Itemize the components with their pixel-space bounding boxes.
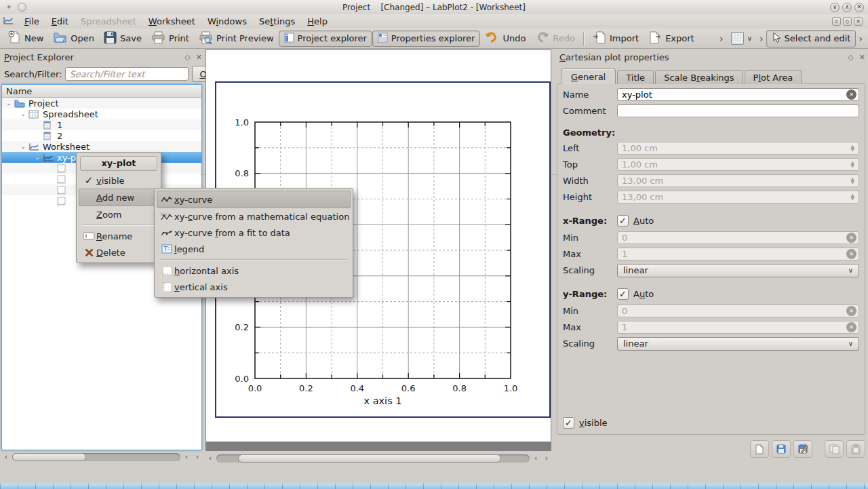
new-button[interactable]: New — [3, 29, 48, 47]
menu-item[interactable]: Worksheet — [142, 16, 201, 27]
select-and-edit-button[interactable]: Select and edit — [766, 30, 856, 47]
y-auto-label: Auto — [633, 289, 654, 299]
toolbar-overflow-icon[interactable]: › — [717, 33, 726, 44]
scroll-left-icon[interactable]: ‹ — [531, 453, 540, 464]
menu-item[interactable]: Spreadsheet — [75, 16, 142, 27]
xy-curve-icon — [159, 195, 174, 203]
copy-icon[interactable] — [825, 440, 844, 458]
y-min-input[interactable]: 0 — [617, 305, 859, 317]
scroll-thumb[interactable] — [12, 453, 86, 461]
y-scaling-combobox[interactable]: linear ∨ — [617, 337, 859, 351]
visible-checkbox[interactable]: ✓ — [563, 417, 574, 429]
submenu-item[interactable]: xy-curve — [157, 191, 351, 208]
y-min-label: Min — [563, 306, 617, 316]
menu-item[interactable]: Windows — [201, 16, 253, 27]
y-range-heading: y-Range: — [563, 289, 617, 299]
comment-input[interactable] — [617, 104, 859, 117]
print-button[interactable]: Print — [146, 30, 194, 47]
menu-item[interactable]: Settings — [253, 16, 301, 27]
mdi-close-icon[interactable]: ✕ — [854, 17, 863, 26]
geometry-spinbox[interactable]: 1,00 cm ▲▼ — [617, 142, 859, 155]
properties-tab[interactable]: General — [561, 69, 616, 84]
toolbar-overflow-icon[interactable]: › — [856, 33, 865, 44]
separator — [82, 224, 155, 226]
dock-float-icon[interactable]: ◇ — [184, 53, 190, 62]
clear-field-icon[interactable]: ✕ — [846, 233, 856, 243]
undo-button[interactable]: Undo — [480, 30, 530, 47]
x-range-heading: x-Range: — [563, 216, 617, 226]
submenu-item[interactable]: xy-curve from a fit to data — [157, 224, 351, 241]
menu-item[interactable]: Edit — [45, 16, 75, 27]
mdi-float-icon[interactable]: ◇ — [843, 17, 852, 26]
clear-field-icon[interactable]: ✕ — [846, 249, 856, 259]
import-button[interactable]: Import — [588, 30, 644, 47]
submenu-item[interactable]: vertical axis — [157, 279, 351, 295]
geometry-spinbox[interactable]: 1,00 cm ▲▼ — [617, 158, 859, 171]
dock-float-icon[interactable]: ◇ — [848, 53, 853, 62]
properties-tab[interactable]: Title — [617, 70, 654, 84]
x-min-input[interactable]: 0 — [617, 231, 859, 244]
x-auto-label: Auto — [633, 216, 654, 226]
x-max-input[interactable]: 1 — [617, 248, 859, 260]
scroll-left-icon[interactable]: ‹ — [205, 453, 215, 464]
legend-icon: T — [159, 244, 174, 254]
properties-tab[interactable]: Scale Breakings — [655, 70, 743, 84]
scroll-left-icon[interactable]: ‹ — [1, 452, 11, 463]
new-document-icon[interactable] — [750, 440, 769, 458]
project-explorer-toggle[interactable]: Project explorer — [279, 31, 372, 47]
splitter-right[interactable]: ⋮ — [552, 50, 556, 464]
scroll-right-icon[interactable]: › — [542, 453, 551, 464]
maximize-icon[interactable]: ∧ — [842, 3, 852, 12]
menu-item[interactable]: Help — [301, 16, 334, 27]
y-max-label: Max — [563, 322, 617, 332]
mdi-restore-icon[interactable]: ▫ — [832, 17, 841, 26]
name-input[interactable] — [617, 88, 859, 101]
y-auto-checkbox[interactable]: ✓ — [617, 288, 629, 300]
tree-row[interactable]: ⌄ Worksheet — [2, 141, 201, 152]
grid-style-dropdown[interactable]: ∨ — [726, 31, 757, 46]
close-icon[interactable]: ✕ — [854, 3, 864, 12]
import-icon — [593, 31, 606, 46]
properties-explorer-toggle[interactable]: Properties explorer — [372, 31, 481, 47]
toolbar-overflow-icon[interactable]: › — [757, 33, 766, 44]
shade-icon[interactable]: ∨ — [830, 3, 840, 12]
tree-row[interactable]: ⌄ Spreadsheet — [2, 109, 201, 119]
properties-tab[interactable]: Plot Area — [745, 70, 802, 84]
vertical-axis-icon — [159, 282, 174, 292]
tree-row[interactable]: ⌄ Project — [2, 98, 201, 109]
x-scaling-combobox[interactable]: linear ∨ — [617, 264, 859, 277]
context-menu-item[interactable]: ✓ visible — [79, 172, 159, 189]
scroll-left-icon[interactable]: ‹ — [182, 452, 191, 463]
save-icon[interactable] — [772, 440, 791, 458]
redo-button[interactable]: Redo — [530, 30, 580, 47]
context-menu-item[interactable]: Delete — [79, 244, 159, 260]
tree-column-header[interactable]: Name — [2, 85, 201, 98]
tree-row[interactable]: 2 — [2, 130, 201, 141]
clear-field-icon[interactable]: ✕ — [846, 90, 856, 100]
tree-row[interactable]: 1 — [2, 119, 201, 130]
context-menu-item[interactable]: Add new › — [79, 189, 159, 206]
geometry-spinbox[interactable]: 13,00 cm ▲▼ — [617, 174, 859, 187]
clear-field-icon[interactable]: ✕ — [846, 306, 856, 316]
submenu-item[interactable]: T legend — [157, 241, 351, 257]
context-menu-item[interactable]: Rename — [79, 228, 159, 244]
x-auto-checkbox[interactable]: ✓ — [617, 215, 629, 227]
save-edit-icon[interactable] — [793, 440, 812, 458]
print-preview-button[interactable]: Print Preview — [194, 30, 279, 47]
clear-field-icon[interactable]: ✕ — [846, 322, 856, 332]
scroll-thumb[interactable] — [238, 454, 501, 463]
submenu-item[interactable]: f(x) xy-curve from a mathematical equati… — [157, 208, 351, 224]
labplot-window: ✦ Project [Changed] – LabPlot2 - [Worksh… — [0, 0, 868, 489]
open-button[interactable]: Open — [48, 30, 99, 47]
export-button[interactable]: Export — [644, 30, 699, 47]
menu-item[interactable]: File — [18, 16, 45, 27]
search-input[interactable] — [65, 67, 189, 81]
project-explorer-icon — [284, 33, 294, 45]
context-menu-item[interactable]: Zoom › — [79, 206, 159, 222]
y-max-input[interactable]: 1 — [617, 321, 859, 334]
submenu-item[interactable]: horizontal axis — [157, 262, 351, 279]
geometry-spinbox[interactable]: 13,00 cm ▲▼ — [617, 191, 859, 203]
paste-icon[interactable] — [846, 440, 865, 458]
save-button[interactable]: Save — [99, 30, 146, 47]
dock-close-icon[interactable]: ✕ — [859, 53, 865, 62]
